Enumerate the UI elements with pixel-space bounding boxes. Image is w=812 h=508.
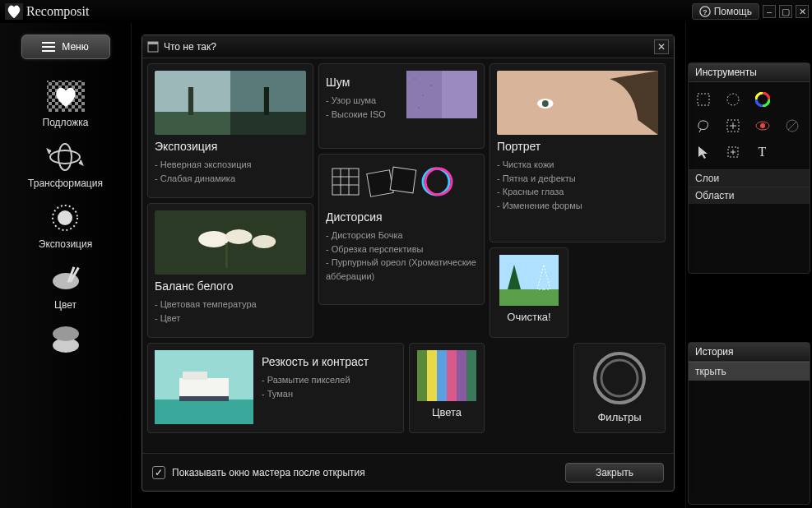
tool-pointer[interactable] [693, 141, 714, 163]
tool-marquee[interactable] [693, 89, 714, 110]
svg-rect-37 [188, 87, 193, 115]
sidebar-item-retouch[interactable] [43, 321, 89, 358]
panel-title-regions[interactable]: Области [689, 187, 810, 204]
card-filters[interactable]: Фильтры [573, 343, 666, 433]
distortion-thumb [326, 161, 477, 202]
tool-redeye[interactable] [752, 115, 773, 136]
list-item: Дисторсия Бочка [326, 229, 477, 242]
svg-rect-18 [698, 94, 709, 105]
svg-rect-32 [148, 42, 158, 44]
svg-rect-63 [499, 289, 559, 306]
tool-colorwheel[interactable] [752, 89, 773, 110]
svg-point-10 [58, 144, 72, 170]
svg-rect-3 [42, 42, 55, 44]
svg-rect-67 [155, 399, 253, 424]
svg-rect-70 [179, 396, 229, 401]
tool-crop[interactable] [722, 141, 744, 163]
panel-title-history: История [689, 343, 810, 362]
list-item: Обрезка перспективы [326, 242, 477, 256]
dialog-close-button[interactable]: Закрыть [565, 463, 664, 483]
card-title-colors: Цвета [432, 406, 462, 418]
card-title-sharp: Резкость и контраст [262, 355, 369, 368]
menu-label: Меню [62, 41, 88, 53]
svg-rect-45 [332, 169, 359, 195]
help-button[interactable]: ? Помощь [692, 3, 759, 20]
tool-lasso[interactable] [693, 115, 714, 136]
card-title-noise: Шум [326, 76, 398, 89]
svg-rect-51 [390, 167, 416, 193]
svg-line-27 [788, 122, 796, 130]
list-item: Чистка кожи [497, 158, 658, 172]
sidebar-item-exposure[interactable]: Экспозиция [39, 199, 92, 250]
dialog-title: Что не так? [164, 41, 654, 53]
wb-thumb [155, 210, 306, 275]
noise-thumb [406, 71, 477, 118]
portrait-thumb [497, 71, 658, 135]
svg-point-53 [425, 169, 452, 195]
list-item: Неверная экспозиция [155, 158, 306, 172]
panel-history: История ткрыть [688, 342, 810, 505]
card-colors[interactable]: Цвета [409, 343, 485, 433]
card-distortion[interactable]: Дисторсия Дисторсия Бочка Обрезка перспе… [318, 154, 485, 305]
close-window-button[interactable]: ✕ [796, 5, 809, 18]
svg-rect-62 [499, 255, 559, 289]
show-on-open-checkbox[interactable] [152, 466, 165, 479]
show-on-open-label: Показывать окно мастера после открытия [172, 467, 565, 478]
sharp-thumb [155, 350, 253, 424]
list-item: Высокие ISO [326, 108, 398, 122]
card-noise[interactable]: Шум Узор шума Высокие ISO [318, 63, 485, 149]
svg-rect-73 [437, 350, 447, 401]
titlebar: Recomposit ? Помощь – ▢ ✕ [0, 0, 812, 23]
panel-tools: Инструменты T Слои Области [688, 62, 810, 274]
svg-point-43 [430, 85, 432, 86]
card-whitebalance[interactable]: Баланс белого Цветовая температура Цвет [147, 203, 313, 338]
svg-point-56 [225, 229, 253, 244]
history-item[interactable]: ткрыть [689, 362, 810, 381]
list-item: Размытие пикселей [262, 373, 369, 387]
svg-rect-74 [447, 350, 457, 401]
sidebar-item-color[interactable]: Цвет [43, 260, 89, 311]
minimize-button[interactable]: – [763, 5, 776, 18]
card-title-filters: Фильтры [597, 411, 641, 423]
svg-point-25 [760, 123, 765, 128]
card-sharpness[interactable]: Резкость и контраст Размытие пикселей Ту… [147, 343, 404, 433]
svg-text:?: ? [703, 8, 707, 16]
svg-rect-4 [42, 46, 55, 48]
sidebar-item-transform[interactable]: Трансформация [28, 138, 103, 189]
sidebar-item-background[interactable]: Подложка [43, 77, 89, 128]
tool-ellipse[interactable] [722, 89, 744, 110]
tool-disabled[interactable] [782, 115, 803, 136]
maximize-button[interactable]: ▢ [779, 5, 792, 18]
filters-thumb [592, 350, 647, 406]
tool-text[interactable]: T [752, 141, 773, 163]
tool-add-select[interactable] [722, 115, 744, 136]
card-title-portrait: Портрет [497, 140, 658, 153]
dialog-titlebar: Что не так? ✕ [142, 35, 674, 58]
menu-button[interactable]: Меню [21, 35, 110, 59]
svg-point-44 [418, 107, 420, 109]
card-exposure[interactable]: Экспозиция Неверная экспозиция Слабая ди… [147, 63, 313, 198]
svg-point-9 [50, 150, 80, 164]
svg-point-61 [542, 100, 549, 107]
card-title-wb: Баланс белого [155, 279, 306, 293]
svg-point-42 [422, 95, 424, 96]
list-item: Слабая динамика [155, 172, 306, 186]
card-clean[interactable]: Очистка! [490, 247, 568, 338]
svg-rect-5 [42, 50, 55, 52]
card-portrait[interactable]: Портрет Чистка кожи Пятна и дефекты Крас… [490, 63, 666, 242]
card-title-clean: Очистка! [507, 311, 550, 323]
dialog-icon [147, 41, 159, 53]
dialog-close-x[interactable]: ✕ [654, 39, 669, 54]
heart-icon [5, 3, 23, 20]
list-item: Туман [262, 387, 369, 401]
help-icon: ? [699, 6, 711, 17]
colors-thumb [417, 350, 476, 401]
list-item: Пурпурный ореол (Хроматические абберации… [326, 256, 477, 283]
app-logo: Recomposit [3, 3, 89, 20]
svg-rect-76 [466, 350, 476, 401]
svg-rect-75 [457, 350, 466, 401]
list-item: Цветовая температура [155, 298, 306, 312]
sidebar-right: Инструменты T Слои Области История тк [685, 23, 812, 508]
panel-title-layers[interactable]: Слои [689, 169, 810, 187]
svg-rect-69 [183, 372, 207, 380]
